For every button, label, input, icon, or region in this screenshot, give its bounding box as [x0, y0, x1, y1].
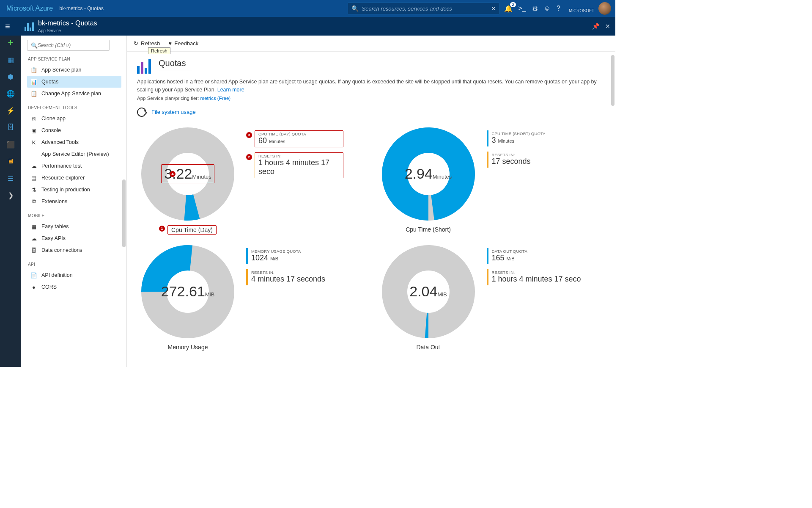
file-system-usage-link[interactable]: File system usage — [151, 109, 196, 115]
donut-label: Data Out — [413, 343, 443, 351]
menu-toggle-icon[interactable]: ≡ — [5, 22, 17, 31]
sidebar-item-label: Easy APIs — [41, 235, 66, 241]
breadcrumb[interactable]: bk-metrics - Quotas — [59, 6, 104, 11]
gauge-icon — [137, 108, 146, 117]
rail-vm-icon[interactable]: 🖥 — [6, 157, 15, 166]
callout-badge: 4 — [170, 171, 176, 177]
close-blade-icon[interactable]: ✕ — [605, 23, 610, 30]
donut-value: 3.22 — [164, 166, 192, 182]
donut-chart: 272.61MiB — [139, 243, 236, 340]
sidebar-item[interactable]: 📋Change App Service plan — [27, 88, 121, 99]
donut-chart: 2.04MiB — [380, 243, 477, 340]
sidebar-item[interactable]: ⧉Extensions — [27, 196, 121, 207]
sidebar-item-icon: 📋 — [30, 66, 37, 73]
sidebar-item[interactable]: ▤Resource explorer — [27, 172, 121, 184]
sidebar-item-icon: ☁ — [30, 235, 37, 242]
quota-tile: 272.61MiBMemory UsageMEMORY USAGE QUOTA1… — [137, 243, 365, 351]
resets-value: 4 minutes 17 seconds — [251, 275, 325, 284]
sidebar-section-header: DEVELOPMENT TOOLS — [28, 105, 121, 110]
sidebar-item[interactable]: ⚗Testing in production — [27, 184, 121, 196]
resets-info: RESETS IN:17 seconds — [487, 152, 534, 168]
sidebar-scrollbar[interactable] — [122, 179, 126, 247]
sidebar-item-label: Console — [41, 127, 61, 133]
sidebar-section-header: MOBILE — [28, 213, 121, 218]
sidebar-section-header: APP SERVICE PLAN — [28, 57, 121, 61]
sidebar-item[interactable]: ⎘Clone app — [27, 113, 121, 124]
sidebar-item-icon: ▦ — [30, 223, 37, 230]
sidebar-item-label: App Service plan — [41, 67, 82, 73]
callout-badge: 2 — [246, 154, 252, 160]
sidebar-item[interactable]: ▦Easy tables — [27, 221, 121, 232]
rail-storage-icon[interactable]: ☰ — [6, 174, 15, 183]
rail-cube-icon[interactable]: ⬢ — [6, 72, 15, 81]
pin-icon[interactable]: 📌 — [592, 23, 599, 30]
tenant-label[interactable]: MICROSOFT — [569, 4, 594, 13]
rail-expand-icon[interactable]: ❯ — [6, 190, 15, 200]
main-scrollbar[interactable] — [611, 55, 614, 106]
help-icon[interactable]: ? — [557, 5, 560, 12]
notifications-icon[interactable]: 🔔2 — [504, 5, 513, 13]
sidebar-item-icon: K — [30, 139, 37, 146]
sidebar-search-input[interactable] — [38, 42, 106, 48]
resets-label: RESETS IN: — [492, 270, 581, 275]
sidebar-item[interactable]: 📄API definition — [27, 269, 121, 281]
sidebar-item-icon: 🗄 — [30, 247, 37, 254]
brand-logo[interactable]: Microsoft Azure — [6, 5, 53, 12]
sidebar-item[interactable]: 📋App Service plan — [27, 64, 121, 76]
sidebar-item-icon: ⧉ — [30, 198, 37, 205]
resets-value: 17 seconds — [492, 157, 531, 166]
sidebar-item-icon: 📊 — [30, 78, 37, 85]
sidebar-item[interactable]: ☁Performance test — [27, 160, 121, 172]
feedback-smiley-icon[interactable]: ☺ — [544, 5, 551, 12]
quota-value: 165 MiB — [492, 254, 527, 262]
sidebar-item[interactable]: 🗄Data connections — [27, 244, 121, 256]
settings-icon[interactable]: ⚙ — [532, 5, 538, 13]
avatar[interactable] — [598, 2, 611, 15]
search-icon: 🔍 — [351, 5, 359, 12]
learn-more-link[interactable]: Learn more — [217, 87, 244, 93]
global-search[interactable]: 🔍 ✕ — [348, 3, 500, 14]
resets-value: 1 hours 4 minutes 17 seco — [492, 275, 581, 284]
favorites-rail: + ▦ ⬢ 🌐 ⚡ 🗄 ⬛ 🖥 ☰ ❯ — [0, 36, 21, 367]
rail-dashboard-icon[interactable]: ▦ — [6, 55, 15, 64]
quota-label: DATA OUT QUOTA — [492, 249, 527, 254]
cloud-shell-icon[interactable]: >_ — [518, 5, 526, 12]
rail-sql-icon[interactable]: 🗄 — [6, 123, 15, 132]
resets-info: RESETS IN:1 hours 4 minutes 17 seco — [255, 152, 343, 178]
rail-cosmos-icon[interactable]: ⬛ — [6, 140, 15, 149]
sidebar-item[interactable]: ☁Easy APIs — [27, 232, 121, 244]
sidebar-item[interactable]: ●CORS — [27, 281, 121, 293]
resource-sidebar: 🔍 APP SERVICE PLAN📋App Service plan📊Quot… — [21, 36, 127, 367]
quota-info: MEMORY USAGE QUOTA1024 MiB — [246, 248, 304, 264]
donut-unit: Minutes — [192, 174, 211, 180]
blade-icon — [25, 22, 34, 31]
refresh-button[interactable]: ↻Refresh — [134, 40, 160, 47]
resets-info: RESETS IN:4 minutes 17 seconds — [246, 269, 329, 285]
page-title: Quotas — [159, 58, 192, 71]
sidebar-item-label: Resource explorer — [41, 175, 85, 181]
rail-function-icon[interactable]: ⚡ — [6, 106, 15, 115]
blade-header: ≡ bk-metrics - Quotas App Service 📌 ✕ — [0, 17, 615, 36]
quota-tile: 43.22Minutes1Cpu Time (Day)3CPU TIME (DA… — [137, 125, 365, 235]
quota-info: CPU TIME (DAY) QUOTA60 Minutes — [255, 130, 343, 147]
blade-title-text: bk-metrics - Quotas — [38, 19, 97, 27]
blade-title: bk-metrics - Quotas App Service — [38, 19, 97, 33]
search-input[interactable] — [359, 6, 491, 12]
pricing-tier: App Service plan/pricing tier: metrics (… — [137, 96, 605, 101]
pricing-tier-link[interactable]: metrics (Free) — [200, 96, 231, 101]
quota-info: DATA OUT QUOTA165 MiB — [487, 248, 531, 264]
clear-search-icon[interactable]: ✕ — [491, 5, 496, 12]
donut-label: Memory Usage — [165, 343, 211, 351]
top-icon-bar: 🔔2 >_ ⚙ ☺ ? — [504, 5, 561, 13]
sidebar-item[interactable]: App Service Editor (Preview) — [27, 148, 121, 160]
rail-globe-icon[interactable]: 🌐 — [6, 89, 15, 98]
sidebar-item[interactable]: 📊Quotas — [27, 76, 121, 88]
sidebar-item[interactable]: KAdvanced Tools — [27, 136, 121, 148]
donut-value: 272.61 — [161, 283, 205, 299]
sidebar-item[interactable]: ▣Console — [27, 124, 121, 136]
quota-value: 3 Minutes — [492, 136, 546, 145]
feedback-button[interactable]: ♥Feedback — [169, 40, 199, 47]
donut-unit: MiB — [205, 291, 214, 298]
add-resource-icon[interactable]: + — [6, 38, 15, 47]
sidebar-search[interactable]: 🔍 — [27, 40, 110, 51]
